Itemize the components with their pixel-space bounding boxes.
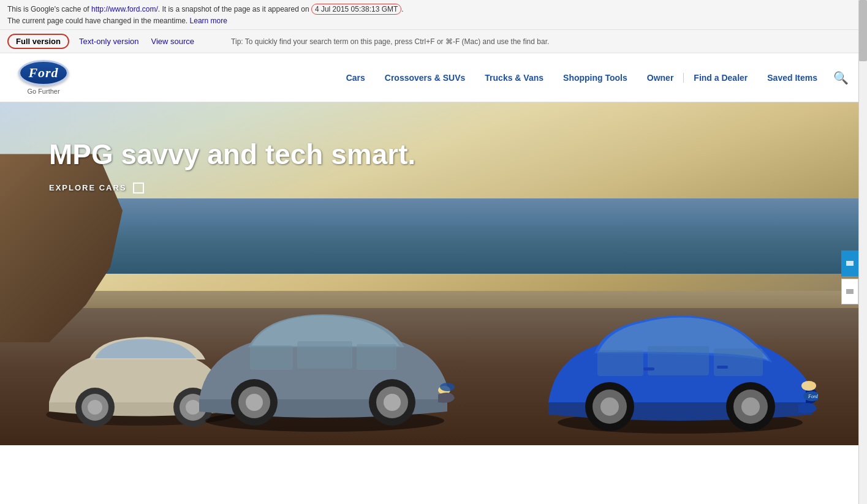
version-bar: Full version Text-only version View sour…	[0, 30, 867, 53]
car-blue: Ford	[542, 295, 818, 436]
ford-main-menu: Cars Crossovers & SUVs Trucks & Vans Sho…	[336, 70, 849, 85]
svg-rect-34	[717, 366, 728, 369]
svg-rect-10	[297, 341, 352, 369]
cars-container: Ford	[0, 188, 867, 445]
nav-cars[interactable]: Cars	[336, 73, 375, 83]
full-version-button[interactable]: Full version	[7, 34, 69, 49]
svg-point-29	[741, 397, 760, 416]
ford-oval: Ford	[18, 60, 69, 86]
saved-items-link[interactable]: Saved Items	[757, 73, 827, 83]
svg-point-14	[246, 394, 263, 411]
cache-bar: This is Google's cache of http://www.for…	[0, 0, 867, 30]
search-icon[interactable]: 🔍	[833, 70, 849, 85]
svg-point-3	[88, 400, 102, 415]
learn-more-link[interactable]: Learn more	[190, 17, 227, 25]
svg-rect-21	[597, 350, 643, 376]
find-dealer-link[interactable]: Find a Dealer	[684, 73, 757, 83]
car-gray	[190, 295, 460, 436]
cache-mid: . It is a snapshot of the page as it app…	[158, 5, 311, 13]
svg-rect-11	[357, 344, 396, 370]
svg-point-17	[384, 394, 401, 411]
svg-point-30	[801, 381, 816, 391]
svg-rect-23	[714, 348, 763, 376]
svg-rect-22	[648, 346, 709, 375]
text-only-link[interactable]: Text-only version	[79, 37, 139, 46]
nav-crossovers[interactable]: Crossovers & SUVs	[375, 73, 475, 83]
slide-indicator-active[interactable]	[841, 250, 858, 276]
keyboard-tip: Tip: To quickly find your search term on…	[231, 37, 549, 46]
hero-headline: MPG savvy and tech smart.	[49, 139, 415, 170]
slide-indicators	[841, 250, 858, 304]
svg-text:Ford: Ford	[808, 394, 818, 399]
scrollbar[interactable]	[858, 0, 867, 445]
cache-current-text: The current page could have changed in t…	[7, 17, 187, 25]
ford-tagline: Go Further	[27, 88, 59, 95]
ford-logo[interactable]: Ford Go Further	[18, 60, 69, 95]
hero-section: MPG savvy and tech smart. EXPLORE CARS	[0, 102, 867, 445]
svg-rect-33	[643, 367, 654, 370]
svg-point-26	[600, 397, 619, 416]
svg-rect-35	[846, 261, 854, 266]
nav-shopping[interactable]: Shopping Tools	[553, 73, 637, 83]
cache-intro: This is Google's cache of	[7, 5, 91, 13]
nav-trucks[interactable]: Trucks & Vans	[475, 73, 553, 83]
slide-indicator-inactive[interactable]	[841, 279, 858, 304]
cache-timestamp: 4 Jul 2015 05:38:13 GMT	[311, 4, 401, 15]
hero-text: MPG savvy and tech smart. EXPLORE CARS	[49, 139, 415, 194]
svg-rect-36	[846, 289, 854, 294]
cache-end: .	[401, 5, 403, 13]
nav-owner[interactable]: Owner	[637, 73, 684, 83]
svg-point-19	[440, 383, 455, 391]
scrollbar-thumb[interactable]	[859, 0, 867, 61]
slide-indicator-active-icon	[846, 260, 854, 266]
ford-url-link[interactable]: http://www.ford.com/	[91, 5, 158, 13]
slide-indicator-inactive-icon	[846, 288, 854, 295]
ford-navigation: Ford Go Further Cars Crossovers & SUVs T…	[0, 53, 867, 102]
ford-logo-text: Ford	[28, 65, 58, 81]
view-source-link[interactable]: View source	[151, 37, 195, 46]
svg-rect-9	[250, 345, 293, 370]
